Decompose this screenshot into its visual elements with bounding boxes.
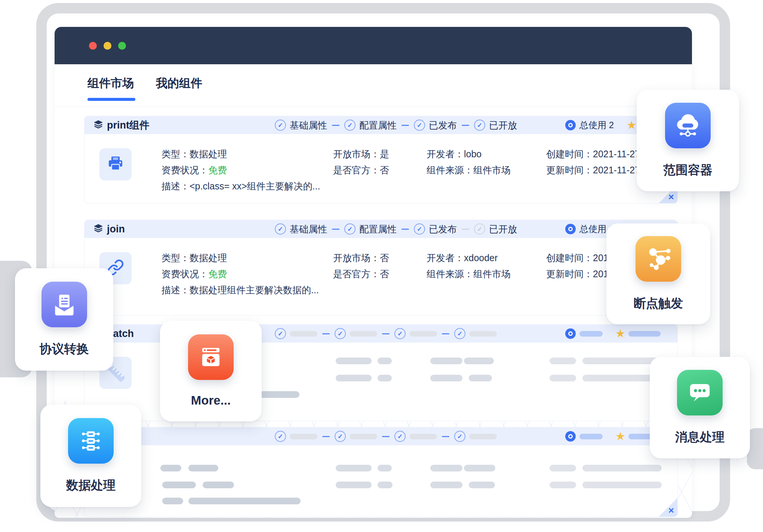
eye-icon [565, 431, 576, 442]
step-connector [382, 436, 390, 437]
step-connector [462, 125, 469, 126]
check-circle-icon: ✓ [474, 223, 485, 235]
card-header: print组件 ✓基础属性 ✓配置属性 ✓已发布 ✓已开放 总使用 2 ★ 总评 [84, 116, 677, 134]
check-circle-icon: ✓ [335, 328, 346, 339]
tab-component-market[interactable]: 组件市场 [87, 75, 134, 91]
traffic-light-maximize-icon[interactable] [118, 42, 126, 50]
skeleton-pill [550, 375, 576, 381]
step-connector [332, 229, 339, 230]
component-card-join[interactable]: join ✓基础属性 ✓配置属性 ✓已发布 ✓已开放 总使用 6 ★ 总评 [84, 220, 678, 316]
eye-icon [565, 328, 576, 339]
field-developer: 开发者：xdooder [427, 252, 498, 263]
check-circle-icon: ✓ [275, 328, 286, 339]
step-label: 已发布 [429, 223, 457, 235]
skeleton-pill [350, 331, 377, 337]
card-metrics: ★ [565, 427, 661, 445]
star-icon: ★ [615, 328, 625, 339]
close-icon[interactable]: × [668, 505, 674, 515]
step-label: 基础属性 [290, 119, 327, 132]
skeleton-pill [336, 465, 372, 471]
usage-label: 总使用 2 [579, 119, 614, 131]
step-connector [462, 229, 469, 230]
status-steps: ✓ ✓ ✓ ✓ [275, 325, 497, 343]
skeleton-pill [582, 482, 662, 488]
tab-my-components[interactable]: 我的组件 [156, 75, 202, 91]
skeleton-pill [469, 434, 497, 439]
card-title: print组件 [107, 118, 150, 132]
tabs-divider [55, 106, 692, 106]
check-circle-icon: ✓ [275, 120, 286, 131]
step-connector [332, 125, 339, 126]
skeleton-pill [378, 358, 392, 364]
eye-icon [565, 120, 576, 130]
step-connector [402, 229, 409, 230]
step-label: 已发布 [429, 119, 457, 132]
floating-card-label: 范围容器 [663, 162, 713, 179]
floating-card-message-processing[interactable]: 消息处理 [650, 357, 750, 458]
check-circle-icon: ✓ [414, 120, 425, 131]
floating-card-data-processing[interactable]: 数据处理 [40, 405, 141, 507]
skeleton-pill [430, 375, 462, 381]
active-tab-underline [87, 98, 135, 101]
eye-icon [565, 224, 576, 234]
skeleton-pill [469, 375, 492, 381]
skeleton-pill [336, 482, 372, 488]
field-source: 组件来源：组件市场 [427, 268, 511, 279]
skeleton-pill [290, 331, 317, 337]
check-circle-icon: ✓ [394, 431, 406, 442]
status-steps: ✓基础属性 ✓配置属性 ✓已发布 ✓已开放 [275, 116, 517, 134]
layers-icon [93, 120, 103, 131]
skeleton-pill [409, 331, 437, 337]
card-icon-box [99, 148, 132, 180]
status-steps: ✓ ✓ ✓ ✓ [275, 427, 497, 445]
skeleton-pill [378, 482, 393, 488]
check-circle-icon: ✓ [414, 223, 425, 235]
skeleton-pill [464, 465, 495, 471]
step-connector [442, 333, 449, 334]
skeleton-pill [290, 434, 317, 439]
skeleton-pill [469, 482, 495, 488]
floating-card-label: 数据处理 [66, 477, 116, 494]
component-card-print[interactable]: print组件 ✓基础属性 ✓配置属性 ✓已发布 ✓已开放 总使用 2 ★ 总评 [84, 116, 678, 204]
traffic-light-close-icon[interactable] [89, 42, 97, 50]
field-official: 是否官方：否 [333, 164, 389, 176]
skeleton-pill [203, 482, 234, 488]
floating-card-breakpoint-trigger[interactable]: 断点触发 [606, 223, 710, 324]
check-circle-icon: ✓ [344, 120, 356, 131]
step-label: 配置属性 [359, 119, 397, 132]
check-circle-icon: ✓ [394, 328, 406, 339]
skeleton-pill [550, 465, 576, 471]
check-circle-icon: ✓ [474, 120, 485, 131]
skeleton-pill [378, 465, 392, 471]
field-official: 是否官方：否 [333, 268, 389, 279]
skeleton-pill [162, 482, 196, 488]
window-titlebar [55, 27, 692, 64]
skeleton-pill [336, 358, 372, 364]
floating-card-more[interactable]: More... [160, 321, 262, 421]
skeleton-pill [582, 465, 662, 471]
card-header: ✓ ✓ ✓ ✓ ★ [84, 427, 677, 445]
floating-card-label: 协议转换 [40, 341, 89, 358]
step-label: 已开放 [489, 223, 517, 235]
skeleton-pill [430, 482, 462, 488]
floating-card-range-container[interactable]: 范围容器 [637, 90, 739, 191]
step-connector [322, 333, 330, 334]
card-title: join [107, 223, 125, 235]
skeleton-pill [550, 358, 576, 364]
field-fee: 资费状况：免费 [161, 268, 227, 279]
card-metrics: ★ [565, 325, 661, 343]
skeleton-pill [336, 375, 372, 381]
skeleton-pill [162, 498, 183, 504]
card-header: join ✓基础属性 ✓配置属性 ✓已发布 ✓已开放 总使用 6 ★ 总评 [84, 220, 677, 238]
star-icon: ★ [615, 431, 625, 442]
check-circle-icon: ✓ [344, 223, 356, 235]
skeleton-pill [378, 375, 392, 381]
floating-card-protocol-convert[interactable]: 协议转换 [15, 268, 113, 371]
step-label: 已开放 [489, 119, 517, 132]
traffic-light-minimize-icon[interactable] [104, 42, 111, 50]
check-circle-icon: ✓ [454, 431, 465, 442]
skeleton-pill [464, 358, 494, 364]
close-icon[interactable]: × [668, 192, 674, 202]
component-card-skeleton[interactable]: ✓ ✓ ✓ ✓ ★ [84, 427, 678, 517]
step-connector [402, 125, 409, 126]
